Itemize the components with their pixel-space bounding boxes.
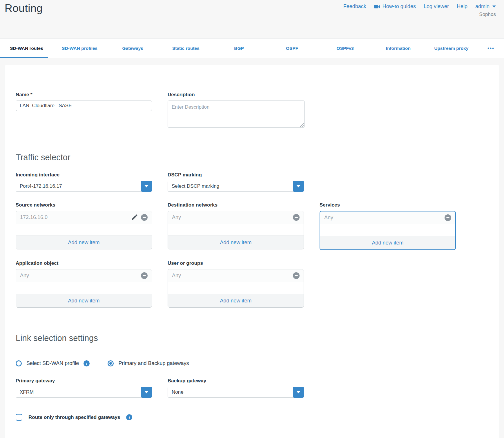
sdwan-profile-radio[interactable]: Select SD-WAN profile i [16,360,90,366]
dscp-value: Select DSCP marking [168,183,219,189]
edit-item-button[interactable] [131,214,137,220]
add-new-item-button[interactable]: Add new item [168,236,304,249]
routing-tabbar: SD-WAN routes SD-WAN profiles Gateways S… [0,39,504,58]
radio-unchecked-icon[interactable] [16,360,22,366]
incoming-interface-label: Incoming interface [16,172,152,178]
primary-backup-gateways-radio[interactable]: Primary and Backup gateways [108,360,189,366]
services-group: Services Any Add new item [320,202,456,250]
sd-wan-route-form-card: Name * Description Traffic selector Inco… [5,65,499,438]
list-item: Any [168,211,304,224]
remove-item-button[interactable] [293,272,300,279]
help-link[interactable]: Help [457,3,467,10]
tab-bgp[interactable]: BGP [212,39,265,58]
remove-item-button[interactable] [445,214,451,221]
primary-gateway-dropdown[interactable]: XFRM [16,387,152,398]
source-networks-box: 172.16.16.0 Add new item [16,211,152,249]
page-title: Routing [5,2,43,14]
radio-checked-icon[interactable] [108,360,114,366]
item-text: Any [172,273,181,279]
info-icon[interactable]: i [126,414,132,420]
interface-dscp-row: Incoming interface Port4-172.16.16.17 DS… [16,172,478,192]
dropdown-caret-button[interactable] [141,387,152,398]
add-new-item-button[interactable]: Add new item [16,236,152,249]
dscp-group: DSCP marking Select DSCP marking [168,172,304,192]
name-label: Name * [16,92,152,98]
description-field-group: Description [168,92,304,129]
remove-item-button[interactable] [293,214,300,221]
dscp-label: DSCP marking [168,172,304,178]
name-input[interactable] [16,101,152,111]
tabs-overflow-button[interactable]: ••• [478,39,504,58]
incoming-interface-dropdown[interactable]: Port4-172.16.16.17 [16,181,152,192]
name-description-row: Name * Description [16,92,478,129]
tab-static-routes[interactable]: Static routes [159,39,212,58]
primary-backup-gateways-radio-label: Primary and Backup gateways [118,360,189,366]
services-items: Any [320,211,455,236]
item-text: 172.16.16.0 [20,214,48,220]
info-icon[interactable]: i [84,360,90,366]
tab-gateways[interactable]: Gateways [106,39,159,58]
services-label: Services [320,202,456,208]
destination-networks-items: Any [168,211,304,236]
description-textarea[interactable] [168,101,305,128]
list-item: Any [168,269,304,282]
section-divider [16,323,478,323]
admin-label: admin [475,3,490,10]
application-object-label: Application object [16,260,152,266]
source-networks-items: 172.16.16.0 [16,211,152,236]
backup-gateway-dropdown[interactable]: None [168,387,304,398]
page-header: Routing Feedback How-to guides Log viewe… [0,0,504,39]
header-right: Feedback How-to guides Log viewer Help a… [343,3,496,17]
user-groups-box: Any Add new item [168,269,304,308]
backup-gateway-label: Backup gateway [168,378,304,384]
application-object-box: Any Add new item [16,269,152,308]
pencil-icon [131,214,137,220]
tab-ospf[interactable]: OSPF [266,39,319,58]
destination-networks-box: Any Add new item [168,211,304,249]
triangle-down-icon [144,185,148,187]
item-text: Any [172,214,181,220]
primary-gateway-group: Primary gateway XFRM [16,378,152,398]
log-viewer-label: Log viewer [424,3,449,10]
triangle-down-icon [144,391,148,393]
remove-item-button[interactable] [141,272,148,279]
dscp-dropdown[interactable]: Select DSCP marking [168,181,304,192]
destination-networks-label: Destination networks [168,202,304,208]
tab-ospfv3[interactable]: OSPFv3 [319,39,372,58]
dropdown-caret-button[interactable] [141,181,152,192]
header-links: Feedback How-to guides Log viewer Help a… [343,3,496,10]
list-item: Any [16,269,152,282]
tab-upstream-proxy[interactable]: Upstream proxy [425,39,478,58]
add-new-item-button[interactable]: Add new item [320,236,455,249]
list-item: 172.16.16.0 [16,211,152,224]
destination-networks-group: Destination networks Any Add new item [168,202,304,250]
link-selection-radio-row: Select SD-WAN profile i Primary and Back… [16,360,478,366]
source-networks-label: Source networks [16,202,152,208]
log-viewer-link[interactable]: Log viewer [424,3,449,10]
tab-sd-wan-profiles[interactable]: SD-WAN profiles [53,39,106,58]
brand-label: Sophos [479,12,496,17]
add-new-item-button[interactable]: Add new item [16,294,152,307]
section-divider [16,142,478,142]
link-selection-heading: Link selection settings [16,333,478,343]
services-box: Any Add new item [320,211,456,250]
feedback-link[interactable]: Feedback [343,3,366,10]
tab-sd-wan-routes[interactable]: SD-WAN routes [0,39,53,58]
help-label: Help [457,3,467,10]
add-new-item-button[interactable]: Add new item [168,294,304,307]
remove-item-button[interactable] [141,214,148,221]
application-object-group: Application object Any Add new item [16,260,152,308]
feedback-label: Feedback [343,3,366,10]
route-only-checkbox[interactable] [16,414,22,421]
admin-menu[interactable]: admin [475,3,496,10]
item-text: Any [324,215,333,221]
dropdown-caret-button[interactable] [293,181,304,192]
item-text: Any [20,273,29,279]
application-object-items: Any [16,269,152,294]
description-label: Description [168,92,304,98]
howto-guides-link[interactable]: How-to guides [374,3,416,10]
gateways-row: Primary gateway XFRM Backup gateway None [16,378,478,398]
list-item: Any [320,211,455,224]
dropdown-caret-button[interactable] [293,387,304,398]
tab-information[interactable]: Information [372,39,425,58]
